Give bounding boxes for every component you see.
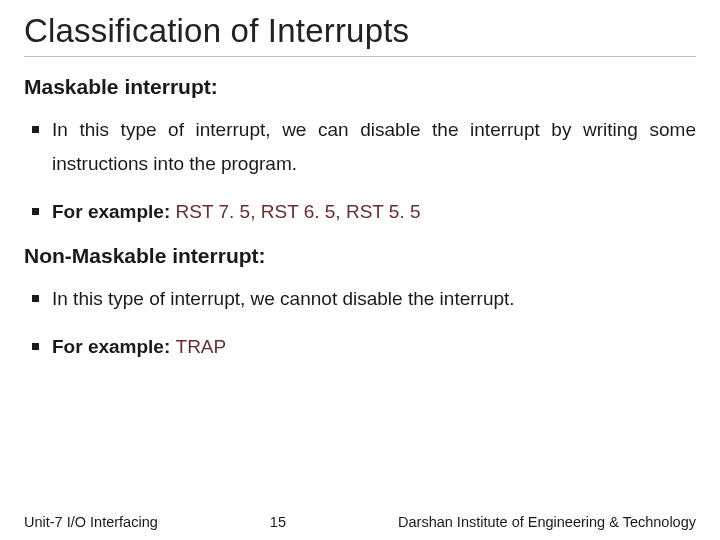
bullet-accent: RST 7. 5, RST 6. 5, RST 5. 5	[176, 201, 421, 222]
bullet-prefix: For example:	[52, 201, 176, 222]
list-item: For example: TRAP	[30, 330, 696, 364]
list-item: In this type of interrupt, we cannot dis…	[30, 282, 696, 316]
list-item: For example: RST 7. 5, RST 6. 5, RST 5. …	[30, 195, 696, 229]
bullet-text: In this type of interrupt, we can disabl…	[52, 119, 696, 174]
list-item: In this type of interrupt, we can disabl…	[30, 113, 696, 181]
page-number: 15	[270, 514, 286, 530]
page-title: Classification of Interrupts	[24, 12, 696, 57]
section-heading: Non-Maskable interrupt:	[24, 244, 696, 268]
slide: Classification of Interrupts Maskable in…	[0, 0, 720, 540]
bullet-list: In this type of interrupt, we cannot dis…	[24, 282, 696, 364]
bullet-text: In this type of interrupt, we cannot dis…	[52, 288, 515, 309]
bullet-list: In this type of interrupt, we can disabl…	[24, 113, 696, 230]
bullet-prefix: For example:	[52, 336, 176, 357]
bullet-accent: TRAP	[176, 336, 227, 357]
footer: Unit-7 I/O Interfacing 15 Darshan Instit…	[0, 514, 720, 530]
footer-left: Unit-7 I/O Interfacing	[24, 514, 158, 530]
section-heading: Maskable interrupt:	[24, 75, 696, 99]
footer-right: Darshan Institute of Engineering & Techn…	[398, 514, 696, 530]
